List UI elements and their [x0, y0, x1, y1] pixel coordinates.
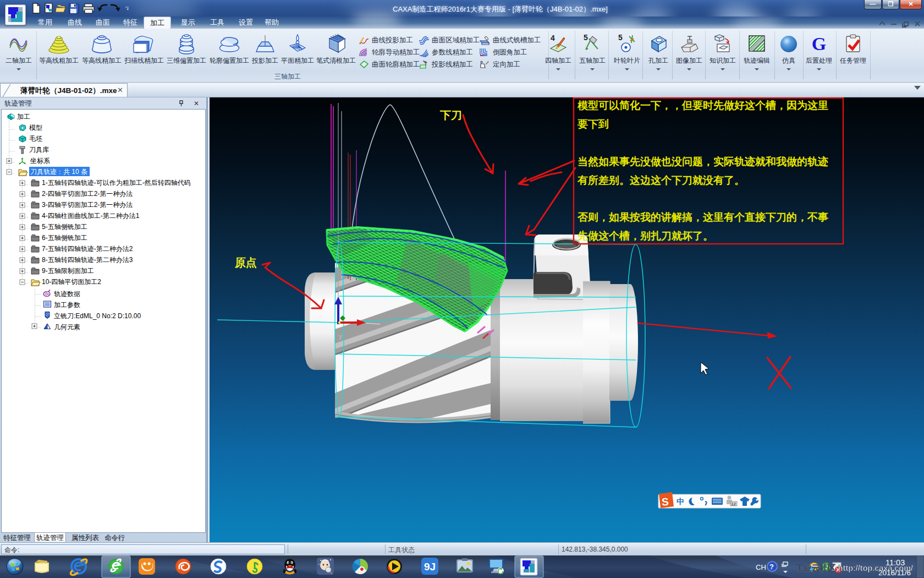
svg-text:4: 4 — [551, 34, 555, 42]
svg-text:立铣刀:EdML_0 No:2 D:10.00: 立铣刀:EdML_0 No:2 D:10.00 — [54, 312, 141, 320]
svg-text:要下到: 要下到 — [578, 118, 609, 130]
svg-text:5-五轴侧铣加工: 5-五轴侧铣加工 — [42, 223, 87, 231]
svg-text:否则，如果按我的讲解搞，这里有个直接下刀的，不事: 否则，如果按我的讲解搞，这里有个直接下刀的，不事 — [577, 211, 828, 223]
svg-text:8-五轴转四轴轨迹-第二种办法3: 8-五轴转四轴轨迹-第二种办法3 — [42, 256, 133, 264]
svg-text:刀具库: 刀具库 — [29, 146, 49, 154]
svg-text:7-五轴转四轴轨迹-第二种办法2: 7-五轴转四轴轨迹-第二种办法2 — [42, 245, 133, 253]
svg-text:当然如果事先没做也没问题，实际轨迹就和我做的轨迹: 当然如果事先没做也没问题，实际轨迹就和我做的轨迹 — [578, 156, 828, 167]
svg-text:模型可以简化一下，，但要时先做好这个槽，因为这里: 模型可以简化一下，，但要时先做好这个槽，因为这里 — [577, 100, 828, 111]
svg-text:?: ? — [769, 563, 774, 571]
svg-text:原点: 原点 — [234, 257, 257, 269]
svg-text:9J: 9J — [424, 561, 436, 572]
svg-text:轨迹数据: 轨迹数据 — [54, 290, 80, 298]
svg-text:2016/11/6: 2016/11/6 — [878, 569, 911, 577]
svg-text:6-五轴侧铣加工: 6-五轴侧铣加工 — [42, 234, 87, 242]
svg-text:2-四轴平切面加工2-第一种办法: 2-四轴平切面加工2-第一种办法 — [42, 190, 133, 198]
svg-text:加工参数: 加工参数 — [54, 301, 80, 309]
svg-text:11:03: 11:03 — [886, 558, 905, 567]
svg-text:y: y — [338, 332, 343, 341]
svg-text:中: 中 — [676, 497, 684, 506]
svg-text:坐标系: 坐标系 — [30, 157, 50, 165]
svg-text:刀具轨迹：共 10 条: 刀具轨迹：共 10 条 — [30, 168, 87, 176]
svg-text:5: 5 — [584, 33, 588, 42]
svg-text:10-四轴平切面加工2: 10-四轴平切面加工2 — [42, 278, 101, 286]
svg-text:Z: Z — [338, 285, 342, 293]
svg-text:几何元素: 几何元素 — [54, 323, 80, 331]
svg-text:3-四轴平切面加工2-第一种办法: 3-四轴平切面加工2-第一种办法 — [42, 201, 133, 209]
svg-text:9-五轴限制面加工: 9-五轴限制面加工 — [42, 267, 94, 275]
svg-text:S: S — [661, 496, 669, 508]
svg-text:先做这个槽，别扎刀就坏了。: 先做这个槽，别扎刀就坏了。 — [577, 230, 713, 242]
svg-text:5: 5 — [618, 33, 623, 42]
svg-text:模型: 模型 — [29, 124, 42, 132]
svg-text:下刀: 下刀 — [439, 109, 462, 121]
svg-text:12: 12 — [731, 501, 736, 506]
svg-text:有所差别。这边这个下刀就没有了。: 有所差别。这边这个下刀就没有了。 — [577, 175, 745, 186]
svg-text:加工: 加工 — [17, 113, 30, 121]
svg-text:毛坯: 毛坯 — [29, 135, 42, 143]
svg-text:4-四轴柱面曲线加工-第二种办法1: 4-四轴柱面曲线加工-第二种办法1 — [42, 212, 140, 220]
svg-text:CH: CH — [756, 563, 766, 571]
svg-text:1-五轴转四轴轨迹-可以作为粗加工-然后转四轴代码: 1-五轴转四轴轨迹-可以作为粗加工-然后转四轴代码 — [42, 179, 191, 187]
